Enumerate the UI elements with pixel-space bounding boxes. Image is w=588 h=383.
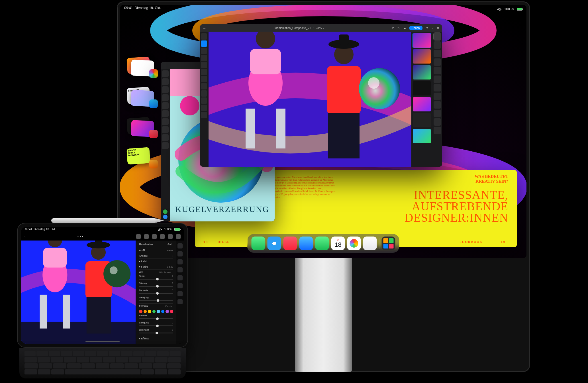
designer-toolbar[interactable] [161, 69, 170, 221]
safari-app-icon[interactable] [268, 237, 281, 250]
music-icon [149, 130, 158, 138]
zoom-level: 31% [316, 27, 322, 30]
ipad-status-bar: 09:41 Dienstag 18. Okt. 100 % [25, 228, 180, 231]
undo-icon[interactable]: ↶ [392, 27, 394, 30]
node-tool-icon [162, 78, 169, 85]
facetime-app-icon[interactable] [315, 237, 329, 250]
photo-titlebar[interactable]: ••• Manipulation_Composite_V11 * 31% ▾ ↶… [200, 24, 442, 32]
headline: INTERESSANTE, AUFSTREBENDE DESIGNER:INNE… [359, 190, 508, 224]
mode-strip[interactable] [176, 241, 184, 344]
hand-tool-icon [201, 105, 207, 111]
svg-point-28 [368, 77, 379, 89]
ipad-device: 09:41 Dienstag 18. Okt. 100 % ‹ ••• [17, 222, 188, 382]
svg-point-27 [359, 68, 400, 109]
heal-tool-icon [201, 69, 207, 75]
wifi-icon [158, 228, 162, 231]
slider[interactable] [139, 286, 173, 287]
slider[interactable] [139, 325, 173, 326]
page-number: 19 [501, 240, 505, 244]
tool-modes[interactable] [432, 32, 442, 167]
mask-icon [177, 275, 183, 280]
ipad-canvas[interactable] [21, 241, 136, 344]
status-battery: 100 % [164, 228, 172, 231]
cloud-icon[interactable]: ☁︎ [403, 27, 406, 30]
svg-rect-21 [327, 66, 361, 114]
crop-tool-icon [162, 126, 169, 133]
move-tool-icon [162, 70, 169, 77]
slider[interactable] [139, 279, 173, 280]
slider[interactable] [139, 293, 173, 294]
wifi-icon [497, 8, 501, 11]
stage-pile[interactable] [125, 117, 157, 137]
stage-pile[interactable]: SHOOTRND.3AUSWAHL. [125, 147, 157, 167]
svg-rect-35 [63, 295, 70, 329]
menu-dots-icon[interactable]: ••• [203, 27, 207, 30]
edit-panel[interactable]: BearbeitenAuto ProfilFarbe Ansicht› ▸ Li… [136, 241, 176, 344]
menu-dots-icon[interactable]: ••• [30, 235, 132, 238]
status-time: 09:41 [25, 228, 32, 231]
selection-mode-icon [434, 33, 441, 40]
share-icon[interactable] [160, 234, 165, 239]
messages-app-icon[interactable] [252, 237, 265, 250]
color-swatches[interactable] [139, 310, 173, 313]
slider[interactable] [139, 300, 173, 301]
hand-tool-icon [162, 134, 169, 141]
svg-point-42 [110, 266, 118, 274]
settings-icon[interactable]: ⚙︎ [437, 27, 439, 30]
stroke-swatch[interactable] [162, 214, 168, 220]
kicker: WAS BEDEUTET KREATIV SEIN? [475, 174, 508, 184]
mail-app-icon[interactable] [299, 237, 313, 250]
photo-toolbar[interactable] [200, 32, 209, 167]
stage-manager-app-icon[interactable] [382, 237, 395, 250]
files-app-icon[interactable] [363, 237, 377, 250]
pen-tool-icon [201, 90, 207, 97]
text-tool-icon [162, 102, 169, 109]
photo-canvas[interactable] [209, 32, 411, 167]
back-button[interactable]: ‹ [24, 235, 26, 238]
stage-manager: Studio 21 SHOOTRND.3AUSWAHL. [125, 56, 157, 167]
svg-rect-25 [339, 34, 349, 45]
appstore-icon [149, 99, 158, 108]
music-app-icon[interactable] [283, 237, 297, 250]
rotate-icon[interactable] [136, 234, 141, 239]
svg-rect-19 [246, 109, 255, 148]
home-indicator[interactable] [85, 341, 120, 342]
auto-button[interactable]: Auto [167, 243, 173, 246]
app-toolbar[interactable]: ‹ ••• [21, 233, 184, 241]
svg-rect-20 [276, 109, 285, 148]
stage-pile[interactable] [125, 56, 157, 77]
slider[interactable] [139, 333, 173, 333]
zoom-tool-icon [201, 112, 207, 118]
svg-rect-34 [40, 295, 47, 329]
layers-panel[interactable] [411, 32, 432, 167]
more-icon[interactable] [176, 234, 181, 239]
brush-tool-icon [162, 110, 169, 117]
redo-icon[interactable]: ↷ [397, 27, 400, 30]
help-icon[interactable]: ? [432, 27, 433, 30]
flip-icon[interactable] [144, 234, 149, 239]
cloud-icon[interactable] [168, 234, 173, 239]
magic-keyboard[interactable] [19, 348, 186, 378]
crop-icon[interactable] [152, 234, 157, 239]
export-mode-icon [434, 67, 441, 74]
dock[interactable]: DI 18 [248, 234, 399, 253]
gradient-tool-icon [201, 76, 207, 82]
photos-app-icon[interactable] [347, 237, 361, 250]
battery-icon [174, 228, 180, 231]
stage-pile[interactable]: Studio 21 [125, 86, 157, 107]
fill-swatch[interactable] [162, 209, 168, 215]
keynote-icon [149, 160, 158, 168]
footer-text: LOOKBOOK [460, 240, 483, 244]
share-button[interactable]: Teilen [409, 26, 422, 30]
text-tool-icon [201, 83, 207, 89]
photo-window[interactable]: ••• Manipulation_Composite_V11 * 31% ▾ ↶… [200, 24, 442, 167]
shape-tool-icon [162, 94, 169, 101]
clone-tool-icon [201, 62, 207, 68]
slider[interactable] [139, 318, 173, 319]
photo-right-panel[interactable] [411, 32, 442, 167]
battery-icon [517, 8, 522, 11]
calendar-app-icon[interactable]: DI 18 [331, 237, 345, 250]
svg-rect-30 [21, 322, 136, 344]
crop-mode-icon [177, 251, 183, 256]
export-icon[interactable]: ⇪ [426, 27, 428, 30]
